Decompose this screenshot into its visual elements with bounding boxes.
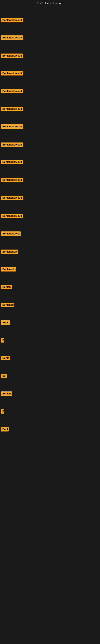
bottleneck-badge[interactable]: Bot bbox=[1, 374, 7, 378]
bottleneck-badge[interactable]: Bottleneck result bbox=[1, 71, 23, 76]
result-row: Bottleneck bbox=[0, 302, 15, 309]
result-row: Bottleneck result bbox=[0, 195, 24, 202]
bottleneck-badge[interactable]: Bottleneck result bbox=[1, 160, 23, 164]
bottleneck-badge[interactable]: Bottleneck result bbox=[1, 54, 23, 58]
bottleneck-badge[interactable]: Bottle bbox=[1, 356, 10, 360]
bottleneck-badge[interactable]: Bottleneck result bbox=[1, 89, 23, 94]
bottleneck-badge[interactable]: Bottlens bbox=[1, 392, 12, 396]
bottleneck-badge[interactable]: Bottleneck result bbox=[1, 196, 23, 200]
result-row: Bottleneck result bbox=[0, 142, 24, 148]
bottleneck-badge[interactable]: Bottleneck result bbox=[1, 107, 23, 111]
result-row: B bbox=[0, 337, 5, 344]
result-row: Bottleneck result bbox=[0, 70, 24, 77]
bottleneck-badge[interactable]: Bottlen bbox=[1, 285, 12, 289]
bottleneck-badge[interactable]: B bbox=[1, 409, 4, 414]
bottleneck-badge[interactable]: Bottleneck result bbox=[1, 36, 23, 40]
result-row: Bottleneck resu bbox=[0, 249, 19, 256]
result-row: Bottleneck r bbox=[0, 266, 17, 273]
result-row: Bottl bbox=[0, 426, 10, 433]
result-row: Bottle bbox=[0, 320, 11, 326]
bottleneck-badge[interactable]: Bottleneck r bbox=[1, 267, 16, 272]
result-row: Bottleneck result bbox=[0, 34, 24, 42]
result-row: Bottleneck result bbox=[0, 88, 24, 95]
bottleneck-badge[interactable]: Bottl bbox=[1, 427, 9, 432]
bottleneck-badge[interactable]: Bottleneck result bbox=[1, 124, 23, 129]
result-row: Bottleneck result bbox=[0, 53, 24, 60]
bottleneck-badge[interactable]: Bottleneck result bbox=[1, 142, 23, 147]
result-row: Bottleneck result bbox=[0, 159, 24, 166]
result-row: Bottlen bbox=[0, 284, 13, 291]
bottleneck-badge[interactable]: Bottleneck result bbox=[1, 232, 21, 236]
result-row: Bottleneck result bbox=[0, 124, 24, 130]
bottleneck-badge[interactable]: Bottleneck bbox=[1, 303, 14, 307]
result-row: Bottlens bbox=[0, 391, 13, 398]
bottleneck-badge[interactable]: Bottleneck result bbox=[1, 214, 23, 218]
site-title: TheBottlenecker.com bbox=[0, 0, 100, 6]
bottleneck-badge[interactable]: B bbox=[1, 338, 4, 342]
result-row: Bottleneck result bbox=[0, 17, 24, 24]
result-row: Bottleneck result bbox=[0, 213, 24, 220]
result-row: B bbox=[0, 408, 5, 415]
bottleneck-badge[interactable]: Bottleneck resu bbox=[1, 250, 18, 254]
result-row: Bot bbox=[0, 373, 8, 380]
result-row: Bottleneck result bbox=[0, 231, 22, 238]
bottleneck-badge[interactable]: Bottleneck result bbox=[1, 18, 23, 22]
result-row: Bottleneck result bbox=[0, 106, 24, 113]
bottleneck-badge[interactable]: Bottleneck result bbox=[1, 178, 23, 182]
bottleneck-badge[interactable]: Bottle bbox=[1, 320, 10, 325]
result-row: Bottleneck result bbox=[0, 177, 24, 184]
result-row: Bottle bbox=[0, 355, 11, 362]
